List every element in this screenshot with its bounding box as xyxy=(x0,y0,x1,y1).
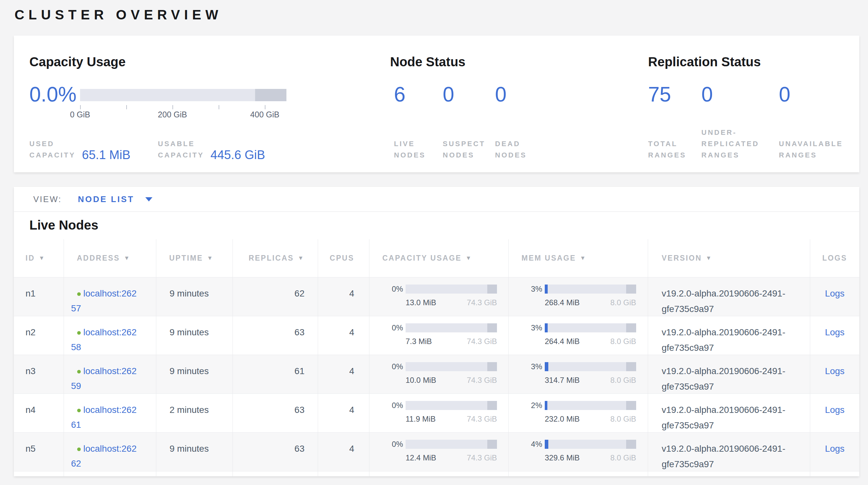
capacity-bar-reserved xyxy=(487,440,497,449)
mem-used-value: 314.7 MiB xyxy=(545,374,580,387)
node-replicas-cell: 63 xyxy=(232,394,318,432)
usable-capacity-value: 445.6 GiB xyxy=(211,148,265,162)
logs-link[interactable]: Logs xyxy=(825,327,845,337)
capacity-bar xyxy=(406,401,497,410)
node-version-cell: v19.2.0-alpha.20190606-2491-gfe735c9a97 xyxy=(648,355,810,394)
node-address-cell: localhost:26262 xyxy=(64,433,156,471)
used-capacity-label: USED CAPACITY xyxy=(29,138,75,161)
unavailable-ranges-label: UNAVAILABLERANGES xyxy=(779,138,843,161)
chevron-down-icon xyxy=(145,197,152,201)
mem-bar xyxy=(545,440,636,449)
node-mem-usage-cell: 3% 314.7 MiB 8.0 GiB xyxy=(508,355,648,394)
total-ranges-label: TOTALRANGES xyxy=(648,138,686,161)
total-ranges-count: 75 xyxy=(648,83,671,106)
logs-link[interactable]: Logs xyxy=(825,444,845,454)
capacity-percent: 0% xyxy=(369,440,403,449)
mem-total-value: 8.0 GiB xyxy=(610,335,636,348)
mem-bar-reserved xyxy=(626,285,636,293)
capacity-used-value: 10.0 MiB xyxy=(406,374,436,387)
mem-bar-fill xyxy=(545,285,548,293)
node-logs-cell: Logs xyxy=(810,316,859,355)
mem-bar xyxy=(545,285,636,293)
table-row: n1 localhost:26257 9 minutes 62 4 0% 13.… xyxy=(14,277,859,316)
capacity-axis-labels: 0 GiB 200 GiB 400 GiB xyxy=(80,110,286,120)
column-header-mem-usage[interactable]: MEM USAGE▼ xyxy=(508,239,648,277)
capacity-total-value: 74.3 GiB xyxy=(467,296,497,309)
capacity-bar xyxy=(406,323,497,333)
mem-percent: 2% xyxy=(508,401,542,410)
node-status-section: Node Status 6 0 0 LIVENODES SUSPECTNODES… xyxy=(390,35,642,172)
logs-link[interactable]: Logs xyxy=(825,288,845,298)
page-title: CLUSTER OVERVIEW xyxy=(14,7,222,23)
view-selected-value: NODE LIST xyxy=(78,194,134,204)
table-header-row: ID▼ ADDRESS▼ UPTIME▼ REPLICAS▼ CPUS CAPA… xyxy=(14,239,859,277)
node-version-cell: v19.2.0-alpha.20190606-2491-gfe735c9a97 xyxy=(648,394,810,432)
logs-link[interactable]: Logs xyxy=(825,366,845,376)
node-cpus-cell: 4 xyxy=(318,355,369,394)
node-address-link[interactable]: localhost:26262 xyxy=(77,444,156,472)
live-status-dot-icon xyxy=(77,370,81,373)
capacity-bar-reserved xyxy=(255,89,286,101)
capacity-bar xyxy=(406,362,497,371)
column-header-address[interactable]: ADDRESS▼ xyxy=(64,239,156,277)
capacity-axis-ticks xyxy=(80,105,286,110)
mem-bar-reserved xyxy=(626,401,636,410)
node-address-link[interactable]: localhost:26259 xyxy=(77,366,156,394)
live-nodes-count: 6 xyxy=(394,83,406,106)
column-header-version[interactable]: VERSION▼ xyxy=(648,239,810,277)
table-row-partial xyxy=(14,471,859,476)
sort-arrow-icon: ▼ xyxy=(706,255,713,262)
capacity-usage-bar xyxy=(80,89,286,101)
mem-used-value: 264.4 MiB xyxy=(545,335,580,348)
column-header-cpus: CPUS xyxy=(318,239,369,277)
node-capacity-usage-cell: 0% 7.3 MiB 74.3 GiB xyxy=(369,316,508,355)
capacity-total-value: 74.3 GiB xyxy=(467,374,497,387)
node-logs-cell: Logs xyxy=(810,394,859,432)
sort-arrow-icon: ▼ xyxy=(298,255,305,262)
column-header-capacity-usage[interactable]: CAPACITY USAGE▼ xyxy=(369,239,508,277)
live-status-dot-icon xyxy=(77,331,81,335)
column-header-id[interactable]: ID▼ xyxy=(14,239,64,277)
node-address-link[interactable]: localhost:26261 xyxy=(77,405,156,433)
view-selector-dropdown[interactable]: NODE LIST xyxy=(78,194,152,204)
sort-arrow-icon: ▼ xyxy=(207,255,214,262)
node-address-link[interactable]: localhost:26257 xyxy=(77,288,156,316)
live-status-dot-icon xyxy=(77,448,81,451)
mem-bar-reserved xyxy=(626,362,636,371)
capacity-usage-heading: Capacity Usage xyxy=(29,54,126,69)
column-header-logs: LOGS xyxy=(810,239,859,277)
node-uptime-cell: 2 minutes xyxy=(156,394,232,432)
capacity-percent: 0% xyxy=(369,323,403,333)
node-cpus-cell: 4 xyxy=(318,394,369,432)
mem-total-value: 8.0 GiB xyxy=(610,374,636,387)
node-uptime-cell: 9 minutes xyxy=(156,278,232,316)
live-status-dot-icon xyxy=(77,292,81,296)
column-header-uptime[interactable]: UPTIME▼ xyxy=(156,239,232,277)
mem-total-value: 8.0 GiB xyxy=(610,451,636,464)
node-id-cell: n2 xyxy=(14,316,64,355)
node-mem-usage-cell: 4% 329.6 MiB 8.0 GiB xyxy=(508,433,648,471)
node-capacity-usage-cell: 0% 10.0 MiB 74.3 GiB xyxy=(369,355,508,394)
table-row: n3 localhost:26259 9 minutes 61 4 0% 10.… xyxy=(14,355,859,394)
mem-bar xyxy=(545,401,636,410)
node-address-link[interactable]: localhost:26258 xyxy=(77,327,156,355)
node-id-cell: n5 xyxy=(14,433,64,471)
capacity-total-value: 74.3 GiB xyxy=(467,412,497,426)
live-nodes-label: LIVENODES xyxy=(394,138,426,161)
replication-status-section: Replication Status 75 0 0 TOTALRANGES UN… xyxy=(648,35,858,172)
capacity-used-value: 11.9 MiB xyxy=(406,412,436,426)
replication-status-heading: Replication Status xyxy=(648,54,761,69)
mem-bar-fill xyxy=(545,323,548,333)
mem-bar-fill xyxy=(545,401,547,410)
cluster-summary-card: Capacity Usage 0.0% 0 GiB 200 GiB 400 Gi… xyxy=(14,35,859,172)
node-capacity-usage-cell: 0% 11.9 MiB 74.3 GiB xyxy=(369,394,508,432)
mem-used-value: 232.0 MiB xyxy=(545,412,580,426)
node-uptime-cell: 9 minutes xyxy=(156,433,232,471)
unavailable-ranges-count: 0 xyxy=(779,83,790,106)
node-replicas-cell: 63 xyxy=(232,316,318,355)
sort-arrow-icon: ▼ xyxy=(580,255,587,262)
column-header-replicas[interactable]: REPLICAS▼ xyxy=(232,239,318,277)
capacity-used-value: 13.0 MiB xyxy=(406,296,436,309)
sort-arrow-icon: ▼ xyxy=(39,255,45,262)
logs-link[interactable]: Logs xyxy=(825,405,845,415)
